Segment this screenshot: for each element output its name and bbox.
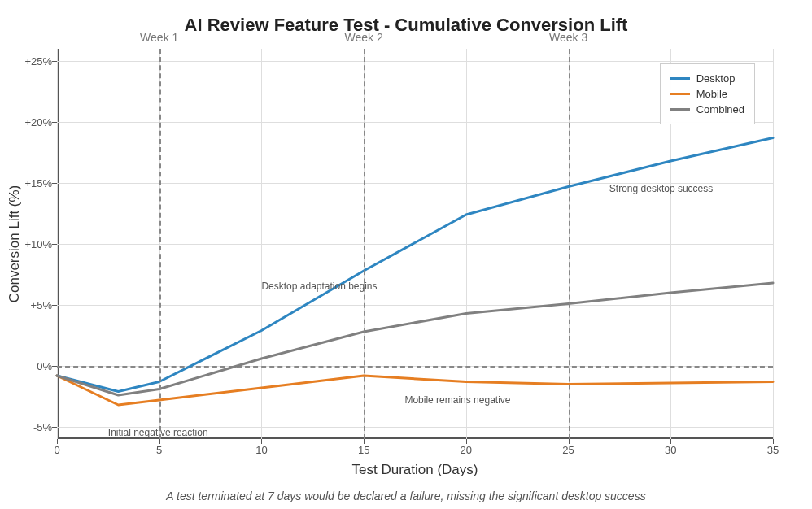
legend-label-mobile: Mobile: [696, 88, 727, 100]
y-tick: [52, 122, 57, 123]
legend-label-combined: Combined: [696, 103, 744, 115]
x-tick-label: 25: [562, 444, 574, 456]
chart-title: AI Review Feature Test - Cumulative Conv…: [0, 15, 812, 36]
plot-area: Initial negative reactionDesktop adaptat…: [57, 49, 773, 439]
x-axis-title: Test Duration (Days): [57, 462, 773, 478]
legend-label-desktop: Desktop: [696, 72, 736, 85]
x-tick-label: 10: [255, 444, 267, 456]
y-tick-label: -5%: [33, 421, 52, 433]
y-tick-label: +5%: [31, 299, 52, 311]
legend-swatch-combined: [670, 108, 690, 111]
week-marker-line: [364, 49, 365, 439]
y-tick: [52, 183, 57, 184]
x-tick-label: 5: [156, 444, 162, 456]
week-marker-label: Week 3: [549, 31, 587, 44]
annotation: Initial negative reaction: [108, 427, 208, 438]
week-marker-line: [569, 49, 570, 439]
legend-swatch-mobile: [670, 93, 690, 95]
vgrid-line: [773, 49, 774, 439]
x-tick-label: 30: [665, 444, 676, 456]
x-tick-label: 20: [461, 444, 472, 456]
y-tick-label: +10%: [24, 238, 52, 250]
x-tick-label: 35: [767, 444, 779, 456]
annotation: Desktop adaptation begins: [261, 281, 377, 292]
y-tick: [52, 244, 57, 245]
x-tick-label: 15: [358, 444, 369, 456]
series-line-desktop: [57, 138, 773, 392]
y-tick: [52, 61, 57, 62]
week-marker-line: [159, 49, 161, 439]
legend-item-mobile: Mobile: [670, 86, 744, 102]
y-tick: [52, 366, 57, 367]
y-tick: [52, 305, 57, 306]
y-axis-title: Conversion Lift (%): [7, 185, 23, 303]
y-tick-label: 0%: [37, 360, 52, 372]
week-marker-label: Week 1: [140, 31, 178, 44]
y-tick-label: +20%: [24, 116, 52, 128]
y-tick-label: +15%: [24, 177, 52, 189]
chart-subtitle: A test terminated at 7 days would be dec…: [0, 489, 812, 502]
legend: Desktop Mobile Combined: [660, 63, 755, 124]
week-marker-label: Week 2: [345, 31, 383, 44]
legend-swatch-desktop: [670, 77, 690, 80]
x-tick-label: 0: [54, 444, 59, 456]
annotation: Strong desktop success: [609, 183, 713, 194]
y-tick: [52, 427, 57, 428]
legend-item-combined: Combined: [670, 102, 744, 117]
y-tick-label: +25%: [24, 55, 52, 67]
legend-item-desktop: Desktop: [670, 71, 744, 86]
chart-container: AI Review Feature Test - Cumulative Conv…: [0, 0, 812, 509]
annotation: Mobile remains negative: [404, 394, 510, 406]
